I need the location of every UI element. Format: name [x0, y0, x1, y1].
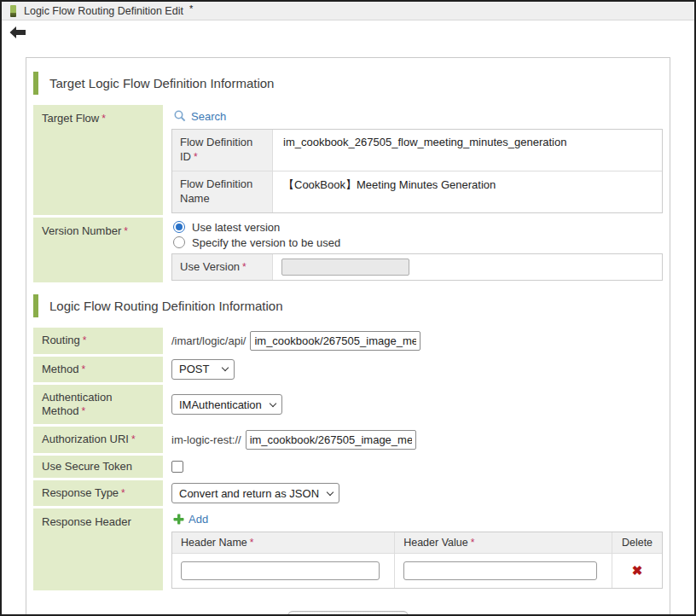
- response-type-select[interactable]: Convert and return as JSON: [171, 483, 339, 503]
- plus-icon: [173, 514, 184, 525]
- response-header-label: Response Header: [33, 508, 163, 590]
- method-selected-value: POST: [179, 363, 209, 375]
- header-value-input[interactable]: [403, 561, 597, 580]
- secure-token-row: Use Secure Token: [33, 456, 663, 478]
- routing-label: Routing*: [33, 328, 163, 353]
- routing-input[interactable]: [250, 331, 420, 351]
- routing-definition-form: Routing* /imart/logic/api/ Method* POST: [33, 328, 663, 590]
- radio-label: Specify the version to be used: [192, 236, 340, 249]
- section-title: Target Logic Flow Definition Information: [49, 76, 274, 90]
- flow-definition-id-row: Flow Definition ID* im_cookbook_267505_f…: [172, 130, 662, 171]
- back-button[interactable]: [9, 26, 26, 39]
- flow-definition-name-value: 【CookBook】Meeting Minutes Generation: [273, 171, 662, 212]
- response-type-selected-value: Convert and return as JSON: [179, 487, 319, 500]
- register-area: Register: [33, 611, 663, 616]
- required-marker: *: [81, 405, 85, 417]
- radio-label: Use latest version: [192, 221, 280, 234]
- add-header-label: Add: [188, 513, 208, 526]
- routing-field: /imart/logic/api/: [163, 328, 663, 353]
- header-name-input[interactable]: [181, 561, 380, 580]
- routing-row: Routing* /imart/logic/api/: [33, 328, 663, 353]
- authorization-uri-input[interactable]: [246, 430, 416, 450]
- register-button[interactable]: Register: [287, 611, 409, 616]
- section-title: Logic Flow Routing Definition Informatio…: [49, 299, 282, 313]
- secure-token-field: [163, 456, 663, 478]
- header-value-column: Header Value*: [395, 532, 612, 553]
- unsaved-changes-marker: *: [189, 3, 193, 14]
- use-version-table: Use Version*: [171, 253, 663, 282]
- target-flow-label: Target Flow*: [33, 105, 163, 215]
- method-row: Method* POST: [33, 357, 663, 382]
- section-header-target: Target Logic Flow Definition Information: [33, 72, 663, 95]
- version-number-field: Use latest version Specify the version t…: [163, 218, 663, 283]
- chevron-down-icon: [270, 399, 276, 406]
- use-version-label: Use Version*: [172, 254, 273, 281]
- method-select[interactable]: POST: [171, 359, 235, 380]
- toolbar: [2, 20, 694, 43]
- response-type-field: Convert and return as JSON: [163, 480, 663, 506]
- chevron-down-icon: [222, 364, 229, 371]
- version-number-label: Version Number*: [33, 218, 163, 283]
- authentication-method-row: Authentication Method* IMAuthentication: [33, 385, 663, 425]
- delete-row-icon[interactable]: ✖: [632, 563, 643, 578]
- method-label: Method*: [33, 357, 163, 382]
- response-type-label: Response Type*: [33, 480, 163, 506]
- search-link[interactable]: Search: [173, 109, 663, 123]
- response-header-table-row: ✖: [172, 553, 662, 588]
- use-version-value-cell: [273, 254, 662, 281]
- delete-cell: ✖: [612, 553, 662, 588]
- response-header-table-head: Header Name* Header Value* Delete: [172, 532, 662, 553]
- header-name-column: Header Name*: [172, 532, 395, 553]
- response-type-row: Response Type* Convert and return as JSO…: [33, 480, 663, 506]
- secure-token-label: Use Secure Token: [33, 456, 163, 478]
- required-marker: *: [242, 261, 246, 273]
- form-panel: Target Logic Flow Definition Information…: [26, 57, 670, 616]
- target-flow-row: Target Flow* Search Flow Definition I: [33, 105, 663, 215]
- authentication-method-label: Authentication Method*: [33, 385, 163, 425]
- required-marker: *: [471, 537, 475, 549]
- section-accent-bar: [33, 294, 38, 317]
- chevron-down-icon: [327, 488, 334, 495]
- flow-definition-name-label: Flow Definition Name: [172, 171, 273, 212]
- radio-use-latest-version[interactable]: Use latest version: [173, 221, 663, 234]
- page-title: Logic Flow Routing Definition Edit: [24, 5, 183, 17]
- search-link-label: Search: [191, 110, 226, 123]
- authentication-method-select[interactable]: IMAuthentication: [171, 394, 282, 415]
- search-icon: [173, 109, 187, 123]
- required-marker: *: [131, 433, 136, 445]
- required-marker: *: [194, 151, 198, 163]
- authorization-uri-label: Authorization URI*: [33, 427, 163, 452]
- authorization-uri-field: im-logic-rest://: [163, 427, 663, 452]
- required-marker: *: [83, 334, 87, 346]
- page-type-icon: [10, 5, 16, 17]
- flow-definition-id-label: Flow Definition ID*: [172, 130, 273, 171]
- flow-definition-name-row: Flow Definition Name 【CookBook】Meeting M…: [172, 171, 662, 212]
- use-version-input: [281, 259, 409, 276]
- back-arrow-icon: [9, 26, 26, 39]
- radio-icon-selected[interactable]: [173, 221, 185, 233]
- routing-prefix: /imart/logic/api/: [171, 334, 246, 347]
- add-header-link[interactable]: Add: [173, 513, 663, 526]
- target-definition-form: Target Flow* Search Flow Definition I: [33, 105, 663, 282]
- version-number-row: Version Number* Use latest version Speci…: [33, 218, 663, 283]
- authentication-method-selected-value: IMAuthentication: [179, 398, 262, 411]
- response-header-table: Header Name* Header Value* Delete: [171, 532, 663, 589]
- response-header-field: Add Header Name* Header Value* Delete: [163, 508, 663, 590]
- section-header-routing: Logic Flow Routing Definition Informatio…: [33, 294, 663, 317]
- required-marker: *: [121, 487, 125, 499]
- target-flow-field: Search Flow Definition ID* im_cookbook_2…: [163, 105, 663, 215]
- title-bar: Logic Flow Routing Definition Edit *: [2, 2, 694, 20]
- radio-icon-unselected[interactable]: [173, 236, 185, 248]
- required-marker: *: [102, 113, 106, 125]
- radio-specify-version[interactable]: Specify the version to be used: [173, 236, 663, 249]
- authorization-uri-prefix: im-logic-rest://: [171, 433, 241, 446]
- use-version-row: Use Version*: [172, 254, 662, 281]
- required-marker: *: [81, 363, 85, 375]
- authentication-method-field: IMAuthentication: [163, 385, 663, 425]
- app-window: Logic Flow Routing Definition Edit * Tar…: [0, 0, 696, 616]
- method-field: POST: [163, 357, 663, 382]
- flow-definition-table: Flow Definition ID* im_cookbook_267505_f…: [171, 129, 663, 213]
- secure-token-checkbox[interactable]: [171, 461, 183, 473]
- header-name-cell: [172, 553, 395, 588]
- section-accent-bar: [33, 72, 38, 95]
